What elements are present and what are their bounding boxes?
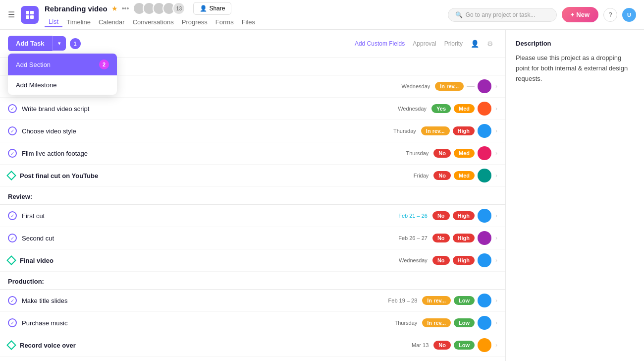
task-date: Wednesday — [382, 106, 427, 112]
priority-badge: Med — [454, 171, 475, 180]
priority-badge: Low — [454, 318, 475, 327]
collaborator-avatars: 13 — [133, 2, 185, 15]
approval-badge: No — [432, 234, 450, 242]
approval-badge: No — [433, 341, 451, 350]
chevron-right-icon[interactable]: › — [495, 257, 497, 264]
priority-badge: Low — [454, 296, 475, 305]
task-name: Second cut — [22, 235, 383, 242]
new-button[interactable]: + New — [562, 7, 598, 22]
chevron-right-icon[interactable]: › — [495, 297, 497, 304]
avatar — [478, 79, 491, 93]
task-count-badge: 1 — [70, 38, 81, 49]
add-custom-fields-link[interactable]: Add Custom Fields — [355, 40, 405, 47]
share-button[interactable]: 👤 Share — [193, 2, 231, 15]
content: Add Task ▾ 1 Add Custom Fields Approval … — [0, 30, 644, 361]
chevron-right-icon[interactable]: › — [495, 105, 497, 112]
settings-icon[interactable]: ⚙ — [487, 40, 493, 48]
add-task-button[interactable]: Add Task — [8, 36, 53, 51]
chevron-right-icon[interactable]: › — [495, 127, 497, 134]
chevron-right-icon[interactable]: › — [495, 150, 497, 157]
priority-badge: Low — [454, 341, 475, 350]
plus-icon: + — [571, 11, 575, 18]
approval-badge: Yes — [431, 104, 451, 113]
avatar — [478, 253, 491, 267]
task-checkbox[interactable]: ✓ — [8, 211, 17, 220]
chevron-right-icon[interactable]: › — [495, 172, 497, 179]
task-name: Film live action footage — [22, 150, 384, 157]
tab-list[interactable]: List — [45, 17, 62, 27]
avatar — [478, 146, 491, 160]
task-checkbox[interactable]: ✓ — [8, 104, 17, 113]
priority-badge: High — [453, 234, 475, 242]
tab-files[interactable]: Files — [238, 17, 259, 27]
svg-rect-0 — [26, 11, 29, 14]
avatar — [478, 209, 491, 223]
table-row: Record voice over Mar 13 No Low › — [0, 334, 505, 357]
dropdown-menu: Add Section 2 Add Milestone — [8, 54, 117, 95]
approval-badge: No — [432, 211, 450, 220]
svg-rect-1 — [30, 11, 34, 14]
tab-progress[interactable]: Progress — [178, 17, 212, 27]
app-icon — [21, 6, 39, 24]
add-section-item[interactable]: Add Section 2 — [8, 54, 117, 75]
avatar — [478, 231, 491, 245]
tab-conversations[interactable]: Conversations — [129, 17, 178, 27]
task-date: Feb 26 – 27 — [383, 235, 428, 241]
search-bar[interactable]: 🔍 Go to any project or task... — [448, 8, 557, 22]
milestone-diamond — [6, 340, 16, 350]
chevron-right-icon[interactable]: › — [495, 212, 497, 219]
table-row: ✓ Write brand video script Wednesday Yes… — [0, 98, 505, 120]
help-button[interactable]: ? — [603, 8, 617, 22]
table-row: Final video Wednesday No High › — [0, 249, 505, 272]
avatar-count: 13 — [172, 2, 185, 15]
table-row: Post final cut on YouTube Friday No Med … — [0, 165, 505, 187]
table-row: ✓ Second cut Feb 26 – 27 No High › — [0, 227, 505, 249]
share-icon: 👤 — [200, 5, 207, 12]
task-checkbox[interactable]: ✓ — [8, 234, 17, 242]
search-placeholder: Go to any project or task... — [466, 11, 536, 18]
task-date: Wednesday — [383, 257, 428, 263]
add-task-arrow-button[interactable]: ▾ — [53, 36, 66, 51]
star-icon[interactable]: ★ — [111, 4, 118, 12]
project-info: Rebranding video ★ ••• 13 👤 Share List T… — [45, 2, 448, 27]
table-row: ✓ Choose video style Thursday In rev... … — [0, 120, 505, 142]
svg-rect-3 — [30, 15, 34, 19]
user-avatar[interactable]: U — [622, 8, 636, 22]
chevron-right-icon[interactable]: › — [495, 83, 497, 90]
chevron-right-icon[interactable]: › — [495, 319, 497, 326]
priority-badge: High — [453, 126, 475, 135]
priority-badge: High — [453, 211, 475, 220]
hamburger-icon[interactable]: ☰ — [8, 10, 15, 19]
approval-col-label: Approval — [413, 40, 436, 47]
approval-badge: In rev... — [422, 318, 451, 327]
panel-title: Description — [516, 40, 634, 47]
task-checkbox[interactable]: ✓ — [8, 126, 17, 135]
tab-calendar[interactable]: Calendar — [95, 17, 129, 27]
search-icon: 🔍 — [455, 11, 463, 18]
approval-badge: No — [433, 149, 451, 158]
tab-forms[interactable]: Forms — [212, 17, 238, 27]
task-checkbox[interactable]: ✓ — [8, 149, 17, 158]
toolbar-right: Add Custom Fields Approval Priority 👤 ⚙ — [355, 40, 493, 48]
approval-badge: In rev... — [422, 296, 451, 305]
task-checkbox[interactable]: ✓ — [8, 318, 17, 327]
section-review: Review: — [0, 187, 505, 205]
chevron-right-icon[interactable]: › — [495, 235, 497, 241]
task-date: Friday — [384, 173, 429, 179]
task-name: Make title slides — [22, 297, 373, 304]
task-name: Purchase music — [22, 319, 373, 327]
chevron-right-icon[interactable]: › — [495, 342, 497, 349]
milestone-diamond — [6, 255, 16, 265]
priority-badge: High — [453, 256, 475, 265]
more-options-icon[interactable]: ••• — [122, 4, 129, 12]
task-date: Mar 13 — [384, 342, 429, 348]
task-date: Feb 21 – 26 — [383, 213, 428, 219]
task-name: First cut — [22, 212, 383, 220]
add-milestone-item[interactable]: Add Milestone — [8, 75, 117, 95]
task-checkbox[interactable]: ✓ — [8, 296, 17, 305]
tab-timeline[interactable]: Timeline — [62, 17, 95, 27]
table-row: ✓ Make title slides Feb 19 – 28 In rev..… — [0, 290, 505, 312]
add-section-badge: 2 — [99, 60, 109, 69]
task-name: Post final cut on YouTube — [20, 172, 384, 180]
topbar-right: 🔍 Go to any project or task... + New ? U — [448, 7, 636, 22]
